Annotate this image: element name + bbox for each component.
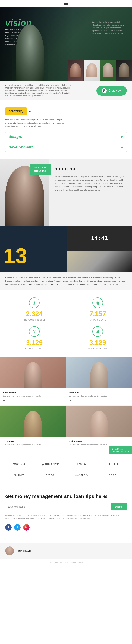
social-icons-row: f t in xyxy=(5,524,127,530)
footer-text: Sample text. Click to select the Text El… xyxy=(5,562,127,564)
strategy-section: strategy ▶ Duis aute irure dolor in adip… xyxy=(0,100,132,159)
brand-sony: SONY xyxy=(5,471,33,479)
facebook-icon[interactable]: f xyxy=(5,524,12,530)
about-badge-line1: DESIGN BLOG xyxy=(34,166,47,169)
team-card-sofia: Sofia Brown Duis aute irure dolor in rep… xyxy=(66,406,132,454)
chat-section: Article avidam arrived express highest m… xyxy=(0,81,132,100)
strategy-link-development-label: development. xyxy=(9,145,34,150)
hero-person-thumb-4 xyxy=(119,63,129,77)
stats-top-row: 13 14:41 xyxy=(0,226,132,272)
team-info-nina: Nina Scavo Duis aute irure dolor in repr… xyxy=(0,388,66,405)
team-section: Nina Scavo Duis aute irure dolor in repr… xyxy=(0,357,132,454)
counters-section: ◎ 2.324 PROJECTS FINISHED ◉ 7.157 HAPPY … xyxy=(0,290,132,357)
hero-small-img-1 xyxy=(68,60,83,81)
hamburger-menu[interactable] xyxy=(64,2,68,4)
chat-now-button[interactable]: 💬 Chat Now xyxy=(97,86,127,96)
counter-hours-2-number: 3.129 xyxy=(89,339,106,346)
brands-grid: CROLLA ◆ BINANCE EVGA TESLA SONY crocs· … xyxy=(5,461,127,479)
brand-crocs: crocs· xyxy=(37,472,64,478)
counter-hours-2: ◉ 3.129 WORKING HOURS xyxy=(69,326,127,350)
nav-bar xyxy=(0,0,132,7)
strategy-link-development[interactable]: development. ▶ xyxy=(5,143,127,152)
newsletter-name-input[interactable] xyxy=(5,503,109,510)
hero-section: vision Duis aute irure dolor in reprehen… xyxy=(0,7,132,81)
stats-left-panel: 13 xyxy=(0,226,67,272)
about-section: DESIGN BLOG about me about me Article av… xyxy=(0,159,132,226)
stats-text-row: Sit amet massa vitae tortor condimentum … xyxy=(0,272,132,290)
chat-button-label: Chat Now xyxy=(108,89,122,92)
team-arrow-nina[interactable]: → xyxy=(3,399,6,402)
author-info: NINA SCAVO xyxy=(17,550,31,552)
nick-silhouette xyxy=(90,362,108,388)
hero-small-img-3 xyxy=(100,60,116,81)
hero-right-text: Duis aute irure dolor in reprehenderit i… xyxy=(92,21,127,35)
counter-hours-1: ◎ 3.129 WORKING HOURS xyxy=(5,326,63,350)
stats-big-number: 13 xyxy=(3,245,27,266)
author-row: NINA SCAVO xyxy=(0,543,132,559)
strategy-text: Duis aute irure dolor in adipiscing veli… xyxy=(5,118,65,128)
counter-projects-icon: ◎ xyxy=(29,298,40,308)
sofia-badge: Sofia BrownDuis aute irure dolor in xyxy=(109,446,132,454)
team-card-nick: Nick Kim Duis aute irure dolor in repreh… xyxy=(66,357,132,405)
counter-clients-number: 7.157 xyxy=(89,310,106,318)
team-desc-nick: Duis aute irure dolor in reprehenderit i… xyxy=(69,395,130,397)
team-grid: Nina Scavo Duis aute irure dolor in repr… xyxy=(0,357,132,454)
counter-clients-label: HAPPY CLIENTS xyxy=(89,319,107,321)
hero-small-images xyxy=(68,60,132,81)
counter-hours-1-label: WORKING HOURS xyxy=(25,348,44,350)
newsletter-form: Submit xyxy=(5,503,127,510)
about-right-column: about me Article avidam arrived express … xyxy=(49,159,132,226)
team-arrow-nick[interactable]: → xyxy=(69,399,72,402)
hero-person-silhouette xyxy=(12,19,47,81)
hero-small-img-2 xyxy=(84,60,100,81)
stats-notebook-visual xyxy=(67,250,132,272)
chat-button-icon: 💬 xyxy=(102,88,107,93)
team-name-di: Di Dowson xyxy=(3,440,63,443)
sofia-silhouette xyxy=(90,411,108,437)
counter-clients-icon: ◉ xyxy=(92,298,103,308)
team-name-nick: Nick Kim xyxy=(69,391,130,394)
stats-text: Sit amet massa vitae tortor condimentum … xyxy=(5,276,127,286)
team-arrow-di[interactable]: → xyxy=(3,448,6,451)
newsletter-title: Get money management and loan tips here! xyxy=(5,493,127,500)
about-badge-line2: about me xyxy=(34,169,47,173)
team-photo-nick xyxy=(66,357,132,388)
hero-person-thumb-1 xyxy=(70,63,81,77)
di-silhouette xyxy=(24,411,42,437)
hero-small-img-4 xyxy=(116,60,132,81)
strategy-badge: strategy xyxy=(5,108,27,115)
stats-section: 13 14:41 Sit amet massa vitae tortor con… xyxy=(0,226,132,290)
counters-grid: ◎ 2.324 PROJECTS FINISHED ◉ 7.157 HAPPY … xyxy=(5,298,127,350)
counter-hours-1-icon: ◎ xyxy=(29,326,40,337)
team-card-nina: Nina Scavo Duis aute irure dolor in repr… xyxy=(0,357,66,405)
strategy-links: design. ▶ development. ▶ xyxy=(5,132,127,152)
twitter-icon[interactable]: t xyxy=(14,524,21,530)
about-text: Article avidam arrived express highest m… xyxy=(55,175,127,192)
strategy-link-design-arrow: ▶ xyxy=(121,135,123,138)
stats-clock-panel: 14:41 xyxy=(67,226,132,250)
brand-binance: ◆ BINANCE xyxy=(37,461,64,468)
hero-person-container xyxy=(10,16,49,81)
team-photo-nina xyxy=(0,357,66,388)
nina-silhouette xyxy=(24,362,42,388)
team-name-nina: Nina Scavo xyxy=(3,391,63,394)
team-info-di: Di Dowson Duis aute irure dolor in repre… xyxy=(0,437,66,454)
brand-crolla-2: CROLLA xyxy=(68,472,96,478)
team-arrow-sofia[interactable]: → xyxy=(69,448,72,451)
author-avatar xyxy=(5,546,14,555)
strategy-link-development-arrow: ▶ xyxy=(121,145,123,149)
hero-person-thumb-3 xyxy=(103,63,113,77)
newsletter-submit-button[interactable]: Submit xyxy=(111,503,127,510)
counter-projects-number: 2.324 xyxy=(26,310,43,318)
counter-clients: ◉ 7.157 HAPPY CLIENTS xyxy=(69,298,127,321)
instagram-icon[interactable]: in xyxy=(23,524,29,530)
newsletter-section: Get money management and loan tips here!… xyxy=(0,486,132,543)
strategy-link-design[interactable]: design. ▶ xyxy=(5,132,127,141)
strategy-header: strategy ▶ xyxy=(5,108,127,115)
brand-tesla: TESLA xyxy=(99,461,127,468)
counter-hours-2-icon: ◉ xyxy=(92,326,103,337)
footer: Sample text. Click to select the Text El… xyxy=(0,559,132,566)
about-left-column: DESIGN BLOG about me xyxy=(0,159,49,226)
brands-section: CROLLA ◆ BINANCE EVGA TESLA SONY crocs· … xyxy=(0,454,132,486)
hero-person-body xyxy=(16,24,44,81)
